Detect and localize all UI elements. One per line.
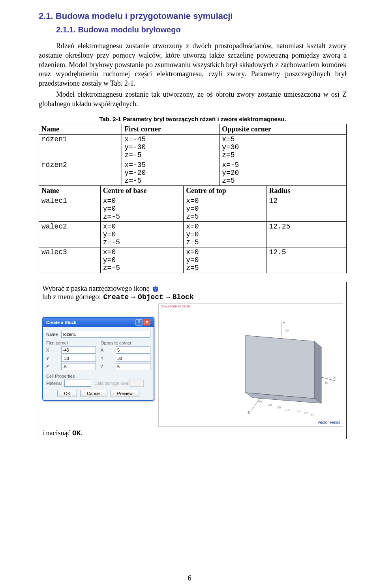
- cell-radius: 12.25: [266, 222, 347, 247]
- svg-text:10: 10: [297, 409, 300, 412]
- name-input[interactable]: rdzen1: [61, 331, 150, 338]
- th-opp: Opposite corner: [220, 124, 347, 135]
- heading-2: 2.1. Budowa modelu i przygotowanie symul…: [39, 11, 347, 21]
- menu-create: Create: [103, 293, 129, 301]
- svg-text:20: 20: [304, 411, 308, 414]
- svg-text:Z: Z: [248, 410, 250, 414]
- y-label: Y: [101, 356, 116, 361]
- cell-name: rdzen1: [39, 135, 122, 160]
- cell-radius: 12: [266, 196, 347, 222]
- svg-text:30: 30: [311, 413, 314, 416]
- first-z-input[interactable]: -5: [61, 363, 96, 370]
- dsl-label: Data storage level: [94, 381, 129, 386]
- cell-base: x=0 y=0 z=-5: [100, 196, 183, 222]
- svg-text:-10: -10: [285, 408, 290, 412]
- cell-name: walec1: [39, 196, 101, 222]
- opp-x-input[interactable]: 5: [116, 346, 150, 354]
- svg-text:10: 10: [325, 381, 328, 384]
- cell-top: x=0 y=0 z=5: [184, 196, 266, 222]
- instruction-box: Wybrać z paska narzędziowego ikonę lub z…: [39, 282, 347, 439]
- svg-text:Y: Y: [283, 321, 285, 325]
- page-number: 6: [0, 574, 379, 582]
- x-label: X: [101, 348, 116, 352]
- th-base: Centre of base: [100, 186, 183, 196]
- cell-props-label: Cell Properties: [46, 374, 150, 378]
- close-icon[interactable]: ×: [143, 319, 150, 326]
- svg-text:-20: -20: [276, 406, 281, 409]
- svg-text:-30: -30: [267, 403, 272, 406]
- cell-first: x=-35 y=-20 z=-5: [122, 160, 220, 186]
- cancel-button[interactable]: Cancel: [80, 390, 107, 397]
- heading-3: 2.1.1. Budowa modelu bryłowego: [39, 25, 347, 34]
- menu-object: Object: [138, 293, 163, 301]
- cell-name: walec3: [39, 247, 101, 273]
- first-corner-label: First corner: [46, 341, 96, 345]
- opp-y-input[interactable]: 30: [116, 355, 150, 362]
- th-radius: Radius: [266, 186, 347, 196]
- cell-name: walec2: [39, 222, 101, 247]
- menu-block: Block: [173, 293, 194, 301]
- z-label: Z: [101, 364, 116, 369]
- table-cylinders: Name Centre of base Centre of top Radius…: [39, 185, 347, 273]
- cell-radius: 12.5: [266, 247, 347, 273]
- instr-end: i nacisnąć OK.: [42, 429, 343, 437]
- create-block-dialog: Create a Block ? × Name rdzen1 First cor…: [42, 317, 154, 401]
- svg-text:X: X: [333, 376, 336, 380]
- opp-corner-label: Opposite corner: [101, 341, 150, 345]
- z-label: Z: [46, 364, 61, 369]
- ok-button[interactable]: OK: [57, 390, 77, 397]
- material-input[interactable]: [64, 380, 91, 387]
- material-label: Material: [46, 381, 64, 386]
- cell-base: x=0 y=0 z=-5: [100, 222, 183, 247]
- arrow-icon: →: [131, 293, 135, 301]
- cell-base: x=0 y=0 z=-5: [100, 247, 183, 273]
- dsl-input: [129, 380, 144, 387]
- name-label: Name: [46, 332, 61, 337]
- paragraph-1: Rdzeń elektromagnesu zostanie utworzony …: [39, 41, 347, 88]
- cell-opp: x=-5 y=20 z=5: [220, 160, 347, 186]
- th-top: Centre of top: [184, 186, 266, 196]
- svg-text:30: 30: [285, 329, 289, 332]
- cell-first: x=-45 y=-30 z=-5: [122, 135, 220, 160]
- table-caption: Tab. 2-1 Parametry brył tworzących rdzeń…: [39, 116, 347, 122]
- svg-text:-40: -40: [257, 400, 262, 403]
- instr-text-2: lub z menu górnego:: [42, 293, 101, 301]
- cell-top: x=0 y=0 z=5: [184, 222, 266, 247]
- first-x-input[interactable]: -45: [61, 346, 96, 354]
- paragraph-2: Model elektromagnesu zostanie tak utworz…: [39, 90, 347, 109]
- svg-marker-8: [246, 335, 315, 399]
- help-icon[interactable]: ?: [135, 319, 143, 326]
- dialog-title-text: Create a Block: [46, 320, 76, 325]
- th-first: First corner: [122, 124, 220, 135]
- preview-button[interactable]: Preview: [111, 390, 139, 397]
- y-label: Y: [46, 356, 61, 361]
- th-name: Name: [39, 124, 122, 135]
- svg-marker-9: [315, 341, 321, 403]
- table-blocks: Name First corner Opposite corner rdzen1…: [39, 124, 347, 186]
- viewport-timestamp: 2/Jun/2009 10:29:50: [161, 305, 190, 308]
- arrow-icon: →: [166, 293, 170, 301]
- cell-name: rdzen2: [39, 160, 122, 186]
- viewport-3d: 2/Jun/2009 10:29:50 Y X Z 30 -40: [158, 303, 343, 427]
- instr-text-1: Wybrać z paska narzędziowego ikonę: [42, 285, 150, 293]
- block-icon: [152, 285, 159, 292]
- opp-z-input[interactable]: 5: [116, 363, 150, 370]
- first-y-input[interactable]: -30: [61, 355, 96, 362]
- cell-opp: x=5 y=30 z=5: [220, 135, 347, 160]
- block-3d-icon: Y X Z 30 -40 -30 -20 -10 10 20: [230, 320, 340, 422]
- x-label: X: [46, 348, 61, 352]
- viewport-brand: Vector Fields: [317, 420, 340, 425]
- th-name: Name: [39, 186, 101, 196]
- dialog-titlebar: Create a Block ? ×: [43, 318, 154, 327]
- cell-top: x=0 y=0 z=5: [184, 247, 266, 273]
